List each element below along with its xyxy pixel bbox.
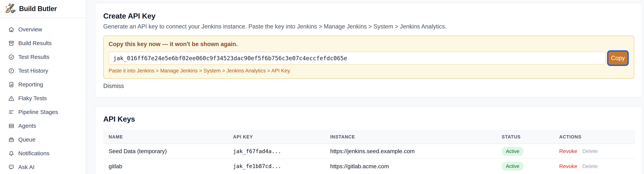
warning-triangle-icon bbox=[8, 95, 14, 102]
api-keys-table: NAME API KEY INSTANCE STATUS ACTIONS See… bbox=[103, 130, 635, 173]
key-masked-cell: jak_f67fad4a... bbox=[233, 144, 330, 159]
api-keys-title: API Keys bbox=[103, 107, 634, 123]
broom-logo-icon bbox=[5, 3, 16, 14]
create-api-key-card: Create API Key Generate an API key to co… bbox=[95, 3, 643, 98]
key-name-cell: gitlab bbox=[103, 159, 233, 173]
column-header-api-key: API KEY bbox=[233, 130, 330, 144]
sidebar-item-ask-ai[interactable]: Ask AI bbox=[0, 160, 86, 174]
main-content: Create API Key Generate an API key to co… bbox=[86, 0, 644, 174]
sidebar-item-flaky-tests[interactable]: Flaky Tests bbox=[0, 92, 86, 105]
app-title: Build Butler bbox=[19, 5, 57, 13]
sidebar-item-label: Notifications bbox=[18, 150, 49, 157]
sidebar-item-label: Queue bbox=[18, 136, 36, 143]
sidebar-item-notifications[interactable]: Notifications bbox=[0, 146, 86, 160]
create-api-key-title: Create API Key bbox=[103, 12, 634, 20]
sidebar-item-build-results[interactable]: Build Results bbox=[0, 36, 86, 50]
table-row: Seed Data (temporary) jak_f67fad4a... ht… bbox=[103, 144, 635, 159]
clock-icon bbox=[8, 68, 14, 74]
app-logo: Build Butler bbox=[0, 0, 86, 18]
revoke-button[interactable]: Revoke bbox=[559, 163, 577, 169]
key-row: Copy bbox=[108, 52, 629, 65]
status-badge: Active bbox=[502, 162, 524, 171]
home-icon bbox=[8, 26, 14, 33]
sidebar-item-pipeline-stages[interactable]: Pipeline Stages bbox=[0, 105, 86, 119]
sidebar-item-label: Agents bbox=[18, 123, 36, 129]
sidebar-item-label: Test History bbox=[18, 67, 48, 74]
api-keys-card: API Keys NAME API KEY INSTANCE STATUS AC… bbox=[95, 106, 643, 174]
delete-button[interactable]: Delete bbox=[582, 163, 598, 169]
key-instance-cell: https://gitlab.acme.com bbox=[330, 159, 502, 173]
sidebar-item-label: Flaky Tests bbox=[18, 95, 47, 102]
sidebar-item-queue[interactable]: Queue bbox=[0, 133, 86, 146]
create-api-key-description: Generate an API key to connect your Jenk… bbox=[103, 23, 634, 30]
key-masked-cell: jak_fe1b87cd... bbox=[233, 159, 330, 173]
dismiss-button[interactable]: Dismiss bbox=[103, 82, 124, 90]
key-paste-hint: Paste it into Jenkins > Manage Jenkins >… bbox=[108, 68, 629, 74]
sidebar-item-label: Ask AI bbox=[18, 164, 34, 170]
revoke-button[interactable]: Revoke bbox=[559, 148, 577, 154]
check-circle-icon bbox=[8, 54, 14, 60]
sidebar-item-reporting[interactable]: Reporting bbox=[0, 78, 86, 92]
sidebar-item-label: Test Results bbox=[18, 54, 49, 60]
api-key-input[interactable] bbox=[108, 52, 606, 65]
column-header-status: STATUS bbox=[502, 130, 559, 144]
table-row: gitlab jak_fe1b87cd... https://gitlab.ac… bbox=[103, 159, 635, 173]
copy-button[interactable]: Copy bbox=[608, 52, 628, 65]
bell-icon bbox=[8, 150, 14, 157]
sidebar-item-label: Pipeline Stages bbox=[18, 109, 58, 115]
sidebar-item-label: Build Results bbox=[18, 40, 52, 46]
sidebar-item-label: Reporting bbox=[18, 81, 43, 88]
column-header-instance: INSTANCE bbox=[330, 130, 502, 144]
key-name-cell: Seed Data (temporary) bbox=[103, 144, 233, 159]
document-chart-icon bbox=[8, 81, 14, 88]
archive-box-icon bbox=[8, 40, 14, 46]
table-header-row: NAME API KEY INSTANCE STATUS ACTIONS bbox=[103, 130, 635, 144]
key-warning-panel: Copy this key now — it won't be shown ag… bbox=[103, 36, 634, 79]
sidebar-item-agents[interactable]: Agents bbox=[0, 119, 86, 133]
sidebar-item-label: Overview bbox=[18, 26, 42, 33]
delete-button[interactable]: Delete bbox=[582, 148, 598, 154]
sidebar-item-test-history[interactable]: Test History bbox=[0, 64, 86, 78]
bars-icon bbox=[8, 109, 14, 115]
sidebar-nav: Overview Build Results Test Results Test… bbox=[0, 18, 86, 174]
sidebar: Build Butler Overview Build Results Test… bbox=[0, 0, 86, 174]
toolbox-icon bbox=[8, 137, 14, 143]
app-root: Build Butler Overview Build Results Test… bbox=[0, 0, 644, 174]
key-warning-heading: Copy this key now — it won't be shown ag… bbox=[108, 41, 629, 48]
server-icon bbox=[8, 123, 14, 129]
sidebar-item-overview[interactable]: Overview bbox=[0, 23, 86, 36]
sidebar-item-test-results[interactable]: Test Results bbox=[0, 50, 86, 64]
chat-bubble-icon bbox=[8, 164, 14, 170]
column-header-actions: ACTIONS bbox=[559, 130, 635, 144]
status-badge: Active bbox=[502, 147, 524, 156]
column-header-name: NAME bbox=[103, 130, 233, 144]
key-instance-cell: https://jenkins.seed.example.com bbox=[330, 144, 502, 159]
